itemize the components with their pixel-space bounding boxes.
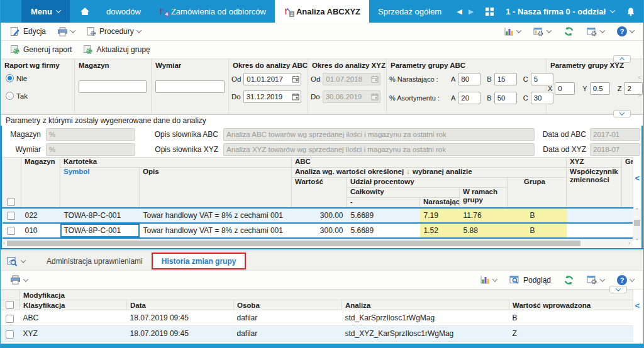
vertical-scrollbar[interactable]: ⌃ ⌄ — [633, 209, 641, 240]
cell-magazyn[interactable]: 010 — [21, 223, 60, 238]
cell-magazyn[interactable]: 022 — [21, 208, 60, 223]
magazyn-input[interactable] — [79, 80, 147, 93]
calendar-icon[interactable] — [292, 93, 299, 101]
col-wartosc-wprowadzona[interactable]: Wartość wprowadzona — [509, 300, 633, 310]
chart-view-button[interactable] — [499, 25, 525, 38]
calendar-icon[interactable] — [292, 75, 299, 83]
collapse-filters-up-button[interactable] — [613, 55, 631, 63]
colgroup-kartoteka[interactable]: Kartoteka — [60, 158, 292, 168]
xyz-y-input[interactable] — [590, 82, 610, 95]
cell-calkowity[interactable]: 5.6689 — [347, 223, 420, 238]
cell-calkowity[interactable]: 5.6689 — [347, 208, 420, 223]
tab-dowodow[interactable]: dowodów — [97, 0, 150, 23]
cell-osoba[interactable]: dafilar — [234, 310, 342, 326]
col-dash[interactable]: - — [347, 198, 420, 208]
organize-view-button[interactable] — [582, 25, 609, 38]
preview-button[interactable]: Podgląd — [505, 273, 555, 286]
organize-view-button[interactable] — [582, 273, 609, 286]
cell-narastajaco[interactable]: 7.19 — [420, 208, 460, 223]
tab-scroll-left-button[interactable]: ◀ — [457, 8, 462, 16]
cell-symbol-focused[interactable]: TOWA-8P-C-001 — [60, 223, 140, 238]
colgroup-abc[interactable]: ABC — [292, 158, 567, 168]
table-row[interactable]: 022 TOWA-8P-C-001 Towar handlowy VAT = 8… — [3, 208, 633, 223]
col-grupa[interactable]: Grupa — [508, 178, 567, 208]
cell-opis[interactable]: Towar handlowy VAT = 8% z cechami 001 — [140, 223, 292, 238]
cell-narastajaco[interactable]: 1.52 — [420, 223, 460, 238]
cell-klasyfikacja[interactable]: ABC — [20, 310, 127, 326]
col-wspolczynnik[interactable]: Współczynnik zmienności — [567, 168, 622, 208]
table-row[interactable]: XYZ 18.07.2019 09:45 dafilar std_XYZ_Kar… — [1, 326, 633, 342]
settings-button[interactable] — [641, 7, 644, 16]
vscroll-thumb[interactable] — [634, 220, 640, 226]
help-button[interactable]: ? — [613, 273, 638, 287]
home-button[interactable] — [72, 0, 97, 23]
table-row[interactable]: ABC 18.07.2019 09:45 dafilar std_KarSprz… — [1, 310, 633, 326]
cell-grupa[interactable]: B — [508, 223, 567, 238]
cell-extra[interactable] — [622, 208, 633, 223]
company-selector[interactable]: 1 - Nasza firma 0 - oddział — [499, 7, 621, 16]
row-checkbox[interactable] — [6, 315, 14, 323]
update-group-button[interactable]: Aktualizuj grupę — [79, 43, 154, 57]
tab-sprzedaz[interactable]: Sprzedaż ogółem — [369, 0, 450, 23]
collapse-bottom-panel-button[interactable] — [609, 286, 627, 293]
col-wartosc[interactable]: Wartość — [292, 178, 347, 208]
col-klasyfikacja[interactable]: Klasyfikacja — [20, 300, 127, 310]
panel-scroll-right-arrow[interactable]: > — [638, 92, 641, 99]
scroll-left-arrow[interactable]: ‹ — [3, 240, 5, 246]
colgroup-udzial[interactable]: Udział procentowy — [347, 178, 508, 188]
cell-w-ramach[interactable]: 5.88 — [460, 223, 508, 238]
tab-analiza-abcxyz[interactable]: 2 Analiza ABCXYZ — [275, 0, 369, 23]
generate-report-button[interactable]: Generuj raport — [6, 43, 76, 57]
cell-grupa[interactable]: B — [508, 208, 567, 223]
collapse-panel-left-button[interactable]: < — [635, 173, 640, 183]
cell-wartosc[interactable]: B — [509, 310, 633, 326]
cell-analiza[interactable]: std_KarSprzIlosc1rWgMag — [342, 310, 509, 326]
cell-wartosc[interactable]: Z — [509, 326, 633, 342]
col-narastajaco[interactable]: Narastająco — [420, 198, 460, 208]
wymiar-input[interactable] — [155, 80, 225, 93]
hscroll-thumb[interactable] — [7, 241, 580, 246]
tab-zamowienia[interactable]: 4 Zamówienia od odbiorców — [150, 0, 275, 23]
cell-wartosc[interactable]: 300.00 — [292, 223, 347, 238]
abc-asortyment-b-input[interactable] — [494, 92, 517, 104]
col-data[interactable]: Data — [127, 300, 234, 310]
table-row-focused[interactable]: 010 TOWA-8P-C-001 Towar handlowy VAT = 8… — [3, 223, 633, 238]
colgroup-modyfikacja[interactable]: Modyfikacja — [20, 290, 633, 300]
edit-button[interactable]: Edycja — [6, 24, 50, 38]
select-all-checkbox[interactable] — [7, 198, 15, 206]
col-osoba[interactable]: Osoba — [234, 300, 342, 310]
cell-extra[interactable] — [622, 223, 633, 238]
cell-klasyfikacja[interactable]: XYZ — [20, 326, 127, 342]
procedures-button[interactable]: Procedury — [82, 24, 145, 38]
help-button[interactable]: ? — [613, 24, 638, 38]
tab-administracja-uprawnieniami[interactable]: Administracja uprawnieniami — [38, 253, 152, 269]
abc-narastajaco-b-input[interactable] — [494, 73, 517, 85]
radio-nie[interactable] — [6, 74, 14, 82]
refresh-button[interactable] — [559, 273, 579, 287]
scroll-up-arrow[interactable]: ⌃ — [635, 207, 640, 214]
cell-data[interactable]: 18.07.2019 09:45 — [127, 310, 234, 326]
cell-w-ramach[interactable]: 11.76 — [460, 208, 508, 223]
refresh-button[interactable] — [559, 24, 579, 38]
abc-narastajaco-a-input[interactable] — [458, 73, 480, 85]
tab-scroll-right-button[interactable]: ▶ — [469, 8, 474, 16]
radio-tak[interactable] — [6, 92, 14, 100]
notifications-button[interactable] — [621, 7, 641, 16]
cell-wspolczynnik[interactable] — [567, 223, 622, 238]
print-history-button[interactable] — [6, 273, 32, 286]
col-analiza[interactable]: Analiza — [342, 300, 509, 310]
col-magazyn[interactable]: Magazyn — [21, 158, 60, 208]
cell-osoba[interactable]: dafilar — [234, 326, 342, 342]
select-all-checkbox[interactable] — [6, 301, 14, 309]
row-checkbox[interactable] — [7, 227, 15, 235]
xyz-x-input[interactable] — [555, 82, 575, 95]
analysis-view-button[interactable] — [4, 255, 28, 268]
cell-wspolczynnik[interactable] — [567, 208, 622, 223]
horizontal-scrollbar[interactable]: ‹ › — [2, 239, 633, 247]
cell-opis[interactable]: Towar handlowy VAT = 8% z cechami 001 — [140, 208, 292, 223]
print-button[interactable] — [53, 25, 79, 38]
apps-grid-button[interactable] — [480, 8, 499, 16]
row-checkbox[interactable] — [7, 212, 15, 220]
colgroup-xyz[interactable]: XYZ — [567, 158, 622, 168]
abc-asortyment-a-input[interactable] — [458, 92, 480, 104]
